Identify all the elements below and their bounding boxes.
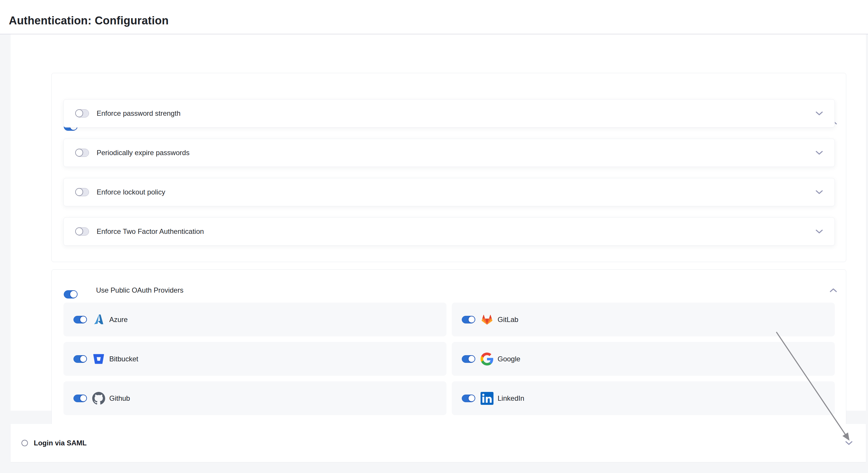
toggle-knob: [80, 355, 87, 362]
chevron-down-icon[interactable]: [816, 229, 823, 234]
github-toggle[interactable]: [73, 395, 87, 402]
toggle-knob: [80, 316, 87, 323]
provider-row-azure: Azure: [63, 303, 446, 336]
google-toggle[interactable]: [462, 355, 475, 363]
chevron-down-icon[interactable]: [816, 112, 823, 116]
oauth-label: Use Public OAuth Providers: [96, 286, 183, 294]
provider-name: Google: [498, 355, 520, 363]
toggle-knob: [70, 290, 78, 298]
setting-row-label: Enforce Two Factor Authentication: [97, 227, 204, 235]
azure-icon: [92, 313, 105, 326]
chevron-down-icon[interactable]: [816, 151, 823, 155]
oauth-provider-grid: Azure Bitbucket Github: [63, 303, 835, 415]
toggle-knob: [75, 109, 83, 117]
lockout-policy-toggle[interactable]: [75, 188, 89, 196]
two-factor-toggle[interactable]: [75, 227, 89, 235]
setting-row-password-strength: Enforce password strength: [63, 99, 835, 127]
provider-name: LinkedIn: [498, 394, 524, 403]
provider-name: Bitbucket: [109, 355, 138, 363]
password-strength-toggle[interactable]: [75, 109, 89, 118]
expire-passwords-toggle[interactable]: [75, 149, 89, 157]
chevron-down-icon[interactable]: [845, 441, 852, 445]
provider-name: GitLab: [498, 316, 519, 324]
bitbucket-toggle[interactable]: [73, 355, 87, 363]
setting-row-expire-passwords: Periodically expire passwords: [63, 139, 835, 167]
chevron-up-icon[interactable]: [830, 288, 837, 293]
provider-row-gitlab: GitLab: [452, 303, 835, 336]
saml-label: Login via SAML: [34, 439, 87, 447]
gitlab-toggle[interactable]: [462, 316, 475, 323]
chevron-down-icon[interactable]: [816, 190, 823, 194]
password-settings-list: Enforce password strength Periodically e…: [63, 99, 835, 246]
oauth-toggle[interactable]: [64, 290, 77, 298]
gitlab-icon: [480, 313, 494, 326]
linkedin-toggle[interactable]: [462, 395, 475, 402]
toggle-knob: [468, 355, 475, 362]
oauth-header: Use Public OAuth Providers: [52, 282, 846, 298]
provider-row-bitbucket: Bitbucket: [63, 342, 446, 376]
provider-row-github: Github: [63, 381, 446, 415]
saml-radio[interactable]: [22, 440, 28, 446]
setting-row-label: Enforce lockout policy: [97, 188, 165, 196]
toggle-knob: [75, 149, 83, 157]
azure-toggle[interactable]: [73, 316, 87, 323]
toggle-knob: [80, 395, 87, 402]
setting-row-two-factor: Enforce Two Factor Authentication: [63, 217, 835, 246]
linkedin-icon: [480, 392, 494, 405]
provider-row-google: Google: [452, 342, 835, 376]
auth-settings-panel: Use Harness username and password Enforc…: [10, 34, 866, 411]
provider-name: Azure: [109, 316, 128, 324]
provider-row-linkedin: LinkedIn: [452, 381, 835, 415]
github-icon: [92, 392, 105, 405]
page-title: Authentication: Configuration: [9, 14, 168, 27]
toggle-knob: [75, 227, 83, 235]
toggle-knob: [75, 188, 83, 196]
setting-row-label: Periodically expire passwords: [97, 149, 189, 157]
username-password-section: Use Harness username and password Enforc…: [52, 73, 846, 262]
saml-section: Login via SAML: [10, 424, 866, 462]
provider-name: Github: [109, 394, 130, 403]
google-icon: [480, 352, 494, 366]
toggle-knob: [468, 316, 475, 323]
oauth-section: Use Public OAuth Providers Azure: [52, 270, 846, 430]
setting-row-lockout-policy: Enforce lockout policy: [63, 178, 835, 206]
setting-row-label: Enforce password strength: [97, 109, 180, 118]
page-header: Authentication: Configuration: [0, 0, 868, 34]
bitbucket-icon: [92, 352, 105, 366]
toggle-knob: [468, 395, 475, 402]
